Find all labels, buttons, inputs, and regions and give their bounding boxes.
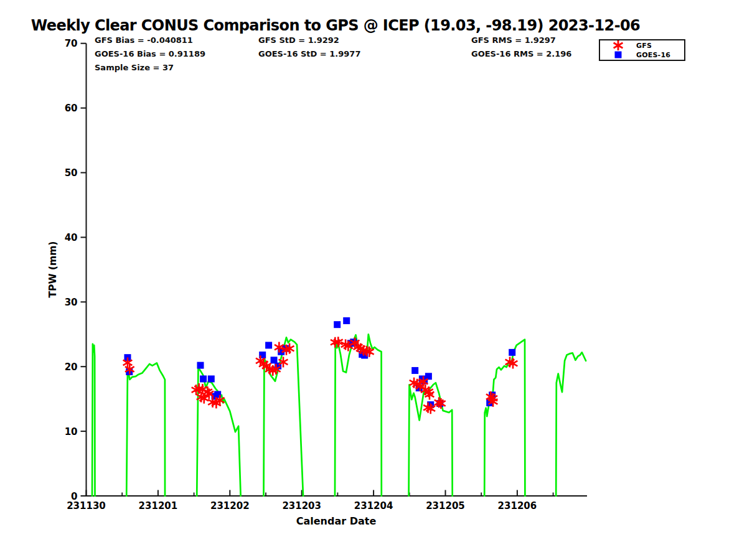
svg-text:231202: 231202 — [210, 500, 250, 511]
gps-line — [92, 334, 586, 496]
svg-text:231206: 231206 — [498, 500, 537, 511]
y-axis-label: TPW (mm) — [47, 241, 59, 298]
svg-text:20: 20 — [65, 362, 78, 373]
svg-text:30: 30 — [65, 297, 78, 308]
gfs-asterisk-icon — [600, 40, 636, 50]
goes16-square-icon — [600, 50, 636, 60]
legend-label-gfs: GFS — [636, 42, 652, 50]
x-axis-label: Calendar Date — [296, 515, 377, 527]
legend-row-goes16: GOES-16 — [600, 50, 684, 60]
svg-text:60: 60 — [65, 103, 78, 114]
plot-canvas: 0102030405060702311302312012312022312032… — [0, 0, 747, 560]
svg-text:70: 70 — [65, 38, 78, 49]
svg-text:231205: 231205 — [426, 500, 465, 511]
legend-row-gfs: GFS — [600, 41, 684, 50]
figure: Weekly Clear CONUS Comparison to GPS @ I… — [0, 0, 747, 560]
svg-text:231201: 231201 — [139, 500, 178, 511]
svg-text:10: 10 — [65, 426, 78, 437]
axes: 0102030405060702311302312012312022312032… — [47, 38, 587, 527]
svg-text:50: 50 — [65, 167, 78, 179]
svg-text:231204: 231204 — [354, 500, 393, 511]
svg-text:231130: 231130 — [67, 500, 106, 511]
svg-text:231203: 231203 — [282, 500, 321, 511]
gfs-series — [123, 337, 518, 414]
legend-label-goes16: GOES-16 — [636, 51, 670, 59]
legend: GFS GOES-16 — [599, 39, 685, 61]
svg-text:40: 40 — [65, 232, 78, 243]
goes16-series — [124, 317, 515, 408]
